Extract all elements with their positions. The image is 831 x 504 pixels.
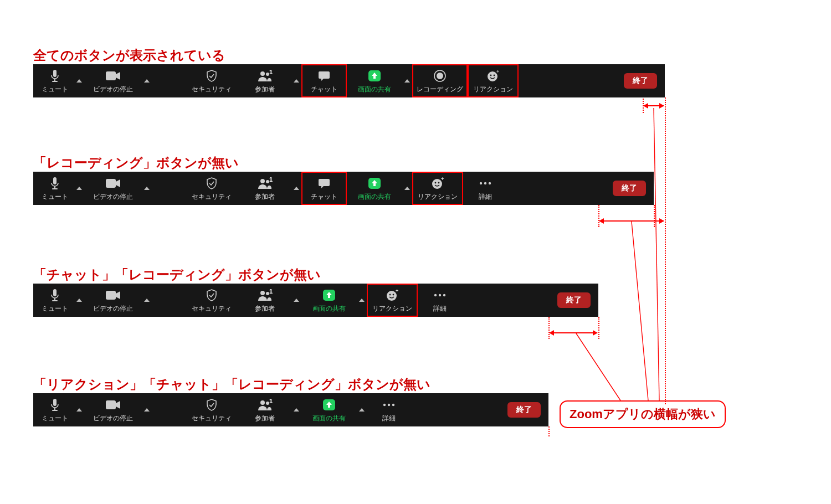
camera-icon [106,398,120,412]
svg-rect-0 [54,79,55,81]
video-caret[interactable] [142,284,152,317]
reaction-label: リアクション [372,304,412,313]
annotation-box: Zoomアプリの横幅が狭い [560,400,726,428]
participants-label: 参加者 [255,192,275,202]
reaction-icon: + [386,288,399,302]
shield-icon [206,176,217,191]
reaction-icon: + [431,176,444,191]
participants-caret[interactable] [291,284,301,317]
reaction-icon: + [486,69,500,83]
guide-line [548,426,550,436]
record-button[interactable]: レコーディング [412,64,468,97]
video-stop-button[interactable]: ビデオの停止 [84,393,142,426]
security-label: セキュリティ [192,413,232,423]
participants-button[interactable]: 1 参加者 [238,284,291,317]
svg-rect-2 [106,71,116,80]
reaction-button[interactable]: + リアクション [468,64,519,97]
mute-caret[interactable] [74,64,84,97]
participants-button[interactable]: 1 参加者 [238,64,291,97]
security-button[interactable]: セキュリティ [185,64,238,97]
participants-caret[interactable] [291,172,301,205]
participants-label: 参加者 [255,304,275,313]
share-screen-button[interactable]: 画面の共有 [301,284,357,317]
zoom-toolbar-no-record: ミュート ビデオの停止 セキュリティ 1 参加者 チャット 画面の共有 + [33,172,654,205]
svg-rect-13 [52,188,58,189]
share-screen-icon [322,398,336,412]
zoom-toolbar-no-chat-record: ミュート ビデオの停止 セキュリティ 1 参加者 画面の共有 + リアクション [33,284,598,317]
camera-icon [106,69,120,83]
guide-line [598,205,599,227]
svg-rect-39 [52,410,58,411]
caption-2: 「レコーディング」ボタンが無い [33,154,239,172]
mute-button[interactable]: ミュート [35,284,74,317]
share-screen-button[interactable]: 画面の共有 [301,393,357,426]
mute-caret[interactable] [74,172,84,205]
participants-caret[interactable] [291,393,301,426]
participants-button[interactable]: 1 参加者 [238,172,291,205]
end-button[interactable]: 終了 [613,181,646,196]
mute-button[interactable]: ミュート [35,393,74,426]
video-caret[interactable] [142,64,152,97]
security-button[interactable]: セキュリティ [185,172,238,205]
mute-caret[interactable] [74,284,84,317]
share-screen-button[interactable]: 画面の共有 [347,172,402,205]
video-stop-label: ビデオの停止 [93,84,133,94]
more-icon [433,288,447,302]
security-button[interactable]: セキュリティ [185,284,238,317]
end-button[interactable]: 終了 [557,292,591,308]
share-caret[interactable] [357,393,367,426]
more-button[interactable]: 詳細 [367,393,411,426]
video-caret[interactable] [142,172,152,205]
svg-rect-14 [106,179,116,188]
participants-button[interactable]: 1 参加者 [238,393,291,426]
participants-count: 1 [269,176,273,183]
video-stop-label: ビデオの停止 [93,192,133,202]
svg-point-23 [484,182,486,184]
caption-3: 「チャット」「レコーディング」ボタンが無い [33,266,321,284]
microphone-icon [49,398,60,412]
share-label: 画面の共有 [312,413,346,423]
share-caret[interactable] [402,172,412,205]
participants-label: 参加者 [255,413,275,423]
share-caret[interactable] [402,64,412,97]
video-caret[interactable] [142,393,152,426]
shield-icon [206,69,217,83]
video-stop-button[interactable]: ビデオの停止 [84,172,142,205]
mute-button[interactable]: ミュート [35,64,74,97]
share-screen-icon [322,288,336,302]
camera-icon [106,288,120,302]
security-button[interactable]: セキュリティ [185,393,238,426]
guide-line [598,317,599,339]
mute-caret[interactable] [74,393,84,426]
video-stop-label: ビデオの停止 [93,413,133,423]
share-screen-button[interactable]: 画面の共有 [347,64,402,97]
more-button[interactable]: 詳細 [418,284,462,317]
end-button[interactable]: 終了 [624,73,657,89]
svg-point-37 [443,294,445,296]
share-label: 画面の共有 [312,304,346,313]
more-icon [382,398,396,412]
reaction-button[interactable]: + リアクション [412,172,463,205]
more-button[interactable]: 詳細 [463,172,507,205]
svg-rect-27 [106,291,116,300]
caption-1: 全てのボタンが表示されている [33,47,225,64]
chat-button[interactable]: チャット [301,64,347,97]
svg-point-44 [383,404,386,406]
reaction-button[interactable]: + リアクション [367,284,418,317]
video-stop-button[interactable]: ビデオの停止 [84,284,142,317]
shield-icon [206,398,217,412]
participants-caret[interactable] [291,64,301,97]
svg-point-7 [437,73,443,79]
mute-button[interactable]: ミュート [35,172,74,205]
svg-rect-40 [106,400,116,409]
svg-line-48 [632,222,648,400]
chat-button[interactable]: チャット [301,172,347,205]
zoom-toolbar-no-reaction-chat-record: ミュート ビデオの停止 セキュリティ 1 参加者 画面の共有 詳細 終了 [33,393,548,426]
share-caret[interactable] [357,284,367,317]
microphone-icon [49,176,60,191]
end-button[interactable]: 終了 [507,402,541,418]
video-stop-button[interactable]: ビデオの停止 [84,64,142,97]
svg-rect-38 [54,408,55,410]
svg-point-24 [489,182,491,184]
svg-text:+: + [496,70,499,74]
